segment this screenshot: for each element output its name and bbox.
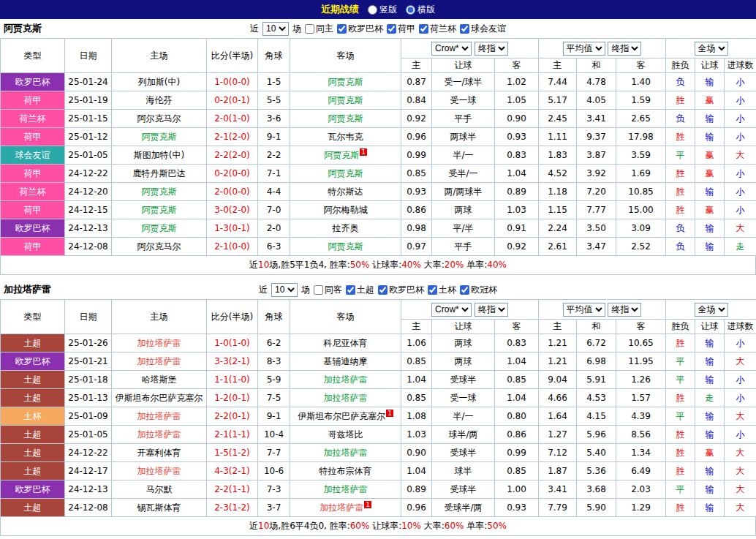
home-team-cell[interactable]: 加拉塔萨雷 [112, 426, 207, 444]
score-cell[interactable]: 3-3(2-1) [207, 353, 258, 371]
home-team-cell[interactable]: 加拉塔萨雷 [112, 334, 207, 353]
score-cell[interactable]: 2-2(0-1) [207, 407, 258, 426]
score-cell[interactable]: 1-0(1-0) [207, 334, 258, 353]
away-team-cell[interactable]: 哥兹塔比 [290, 426, 401, 444]
league-filter[interactable]: 欧冠杯 [460, 284, 497, 296]
league-checkbox[interactable] [428, 285, 437, 295]
away-team-cell[interactable]: 阿贾克斯 [290, 165, 401, 183]
team-name[interactable]: 瓦尔韦克 [328, 132, 363, 142]
team-name[interactable]: 加拉塔萨雷 [324, 448, 368, 458]
home-team-cell[interactable]: 锡瓦斯体育 [112, 499, 207, 517]
league-filter[interactable]: 荷兰杯 [419, 23, 456, 35]
team-name[interactable]: 阿贾克斯 [328, 241, 363, 252]
match-count-select[interactable]: 10 [271, 283, 298, 297]
team-name[interactable]: 加拉塔萨雷1 [320, 502, 371, 513]
away-team-cell[interactable]: 加拉塔萨雷1 [290, 499, 401, 517]
away-team-cell[interactable]: 阿贾克斯1 [290, 146, 401, 165]
score-cell[interactable]: 3-0(2-0) [207, 201, 258, 219]
team-name[interactable]: 阿贾克斯1 [324, 150, 367, 160]
team-name[interactable]: 马尔默 [146, 484, 173, 494]
layout-radio-vertical[interactable]: 竖版 [368, 4, 397, 16]
score-cell[interactable]: 2-1(1-1) [207, 426, 258, 444]
away-team-cell[interactable]: 特拉布宗体育 [290, 462, 401, 480]
away-team-cell[interactable]: 伊斯坦布尔巴萨克塞尔1 [290, 407, 401, 426]
avg-stage-select[interactable]: 终指 [608, 303, 641, 317]
home-team-cell[interactable]: 加拉塔萨雷 [112, 462, 207, 480]
score-cell[interactable]: 2-2(1-1) [207, 480, 258, 499]
team-name[interactable]: 阿贾克斯 [328, 95, 363, 105]
score-cell[interactable]: 1-1(1-0) [207, 371, 258, 389]
league-filter[interactable]: 欧罗巴杯 [337, 23, 383, 35]
score-cell[interactable]: 4-3(2-1) [207, 462, 258, 480]
team-name[interactable]: 加拉塔萨雷 [324, 374, 368, 385]
team-name[interactable]: 斯图加特(中) [134, 150, 184, 160]
home-team-cell[interactable]: 伊斯坦布尔巴萨克塞尔 [112, 389, 207, 407]
team-name[interactable]: 开塞利体育 [137, 448, 181, 458]
score-cell[interactable]: 1-0(0-0) [207, 73, 258, 91]
team-name[interactable]: 加拉塔萨雷 [324, 393, 368, 403]
league-checkbox[interactable] [460, 24, 469, 34]
team-name[interactable]: 加拉塔萨雷 [137, 429, 181, 440]
league-filter[interactable]: 欧罗巴杯 [378, 284, 424, 296]
team-name[interactable]: 阿贾克斯 [142, 132, 177, 142]
team-name[interactable]: 阿尔克马尔 [137, 113, 181, 124]
bookmaker-select[interactable]: Crow* [431, 42, 472, 56]
team-name[interactable]: 阿尔梅勒城 [324, 205, 368, 215]
team-name[interactable]: 阿贾克斯 [328, 113, 363, 124]
team-name[interactable]: 特拉布宗体育 [320, 466, 372, 476]
away-team-cell[interactable]: 阿贾克斯 [290, 91, 401, 110]
away-team-cell[interactable]: 加拉塔萨雷 [290, 389, 401, 407]
away-team-cell[interactable]: 阿贾克斯 [290, 110, 401, 128]
team-name[interactable]: 阿尔克马尔 [137, 241, 181, 252]
team-name[interactable]: 基辅迪纳摩 [324, 356, 368, 366]
score-cell[interactable]: 2-1(0-0) [207, 238, 258, 256]
team-name[interactable]: 阿贾克斯 [142, 205, 177, 215]
team-name[interactable]: 拉齐奥 [333, 223, 359, 233]
team-name[interactable]: 锡瓦斯体育 [137, 502, 181, 513]
away-team-cell[interactable]: 阿贾克斯 [290, 73, 401, 91]
league-filter[interactable]: 土超 [346, 284, 374, 296]
team-name[interactable]: 阿贾克斯 [328, 168, 363, 178]
team-name[interactable]: 科尼亚体育 [324, 338, 368, 348]
team-name[interactable]: 伊斯坦布尔巴萨克塞尔1 [298, 411, 393, 421]
away-team-cell[interactable]: 加拉塔萨雷 [290, 480, 401, 499]
same-venue-checkbox[interactable] [305, 24, 314, 34]
team-name[interactable]: 海伦芬 [146, 95, 173, 105]
home-team-cell[interactable]: 阿贾克斯 [112, 183, 207, 201]
league-checkbox[interactable] [378, 285, 388, 295]
home-team-cell[interactable]: 列加斯(中) [112, 73, 207, 91]
scope-select[interactable]: 全场 [695, 303, 728, 317]
score-cell[interactable]: 2-2(2-0) [207, 146, 258, 165]
score-cell[interactable]: 2-3(1-2) [207, 499, 258, 517]
away-team-cell[interactable]: 加拉塔萨雷 [290, 444, 401, 462]
away-team-cell[interactable]: 特尔斯达 [290, 183, 401, 201]
away-team-cell[interactable]: 阿贾克斯 [290, 238, 401, 256]
home-team-cell[interactable]: 鹿特丹斯巴达 [112, 165, 207, 183]
away-team-cell[interactable]: 瓦尔韦克 [290, 128, 401, 146]
team-name[interactable]: 加拉塔萨雷 [137, 466, 181, 476]
same-venue-filter[interactable]: 同客 [314, 284, 342, 296]
home-team-cell[interactable]: 马尔默 [112, 480, 207, 499]
match-count-select[interactable]: 10 [262, 22, 289, 36]
score-cell[interactable]: 1-5(1-2) [207, 444, 258, 462]
team-name[interactable]: 哥兹塔比 [328, 429, 363, 440]
same-venue-filter[interactable]: 同主 [305, 23, 333, 35]
home-team-cell[interactable]: 阿贾克斯 [112, 219, 207, 238]
score-cell[interactable]: 1-2(0-1) [207, 389, 258, 407]
team-name[interactable]: 加拉塔萨雷 [137, 356, 181, 366]
league-filter[interactable]: 球会友谊 [460, 23, 506, 35]
league-filter[interactable]: 荷甲 [387, 23, 415, 35]
home-team-cell[interactable]: 开塞利体育 [112, 444, 207, 462]
league-checkbox[interactable] [387, 24, 396, 34]
team-name[interactable]: 阿贾克斯 [142, 186, 177, 197]
score-cell[interactable]: 0-2(0-0) [207, 165, 258, 183]
scope-select[interactable]: 全场 [695, 42, 728, 56]
home-team-cell[interactable]: 阿贾克斯 [112, 201, 207, 219]
away-team-cell[interactable]: 基辅迪纳摩 [290, 353, 401, 371]
avg-select[interactable]: 平均值 [563, 42, 605, 56]
away-team-cell[interactable]: 加拉塔萨雷 [290, 371, 401, 389]
avg-select[interactable]: 平均值 [563, 303, 605, 317]
team-name[interactable]: 列加斯(中) [138, 77, 180, 87]
avg-stage-select[interactable]: 终指 [608, 42, 641, 56]
same-venue-checkbox[interactable] [314, 285, 323, 295]
